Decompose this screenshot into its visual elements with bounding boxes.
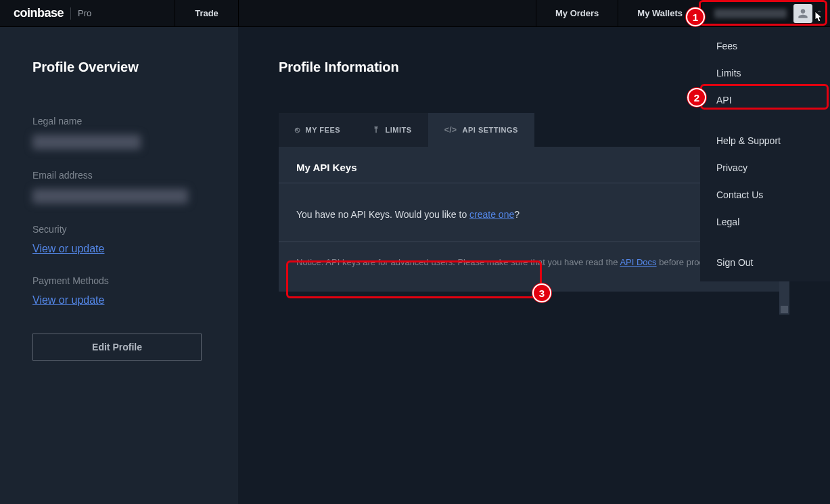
- email-label: Email address: [32, 170, 206, 181]
- payment-link[interactable]: View or update: [32, 294, 206, 306]
- brand[interactable]: coinbase Pro: [0, 6, 175, 20]
- create-one-link[interactable]: create one: [469, 209, 514, 220]
- sidebar: Profile Overview Legal name Email addres…: [0, 27, 238, 504]
- user-dropdown: Fees Limits API Help & Support Privacy C…: [700, 27, 830, 281]
- nav-user-menu[interactable]: ⌃: [701, 0, 830, 27]
- notice-text: Notice: API keys are for advanced users.…: [296, 257, 620, 267]
- dd-help[interactable]: Help & Support: [700, 127, 830, 154]
- top-nav: coinbase Pro Trade My Orders My Wallets …: [0, 0, 830, 27]
- chevron-up-icon: ⌃: [816, 9, 822, 17]
- code-icon: </>: [444, 125, 457, 135]
- dd-fees[interactable]: Fees: [700, 32, 830, 60]
- person-icon: [796, 7, 810, 20]
- link-icon: ⎋: [295, 125, 300, 135]
- security-link[interactable]: View or update: [32, 243, 206, 255]
- nav-trade[interactable]: Trade: [175, 0, 239, 27]
- brand-divider: [70, 7, 71, 20]
- email-redacted: [32, 189, 188, 204]
- tab-label: MY FEES: [306, 126, 341, 134]
- sidebar-title: Profile Overview: [32, 60, 206, 75]
- dd-api[interactable]: API: [700, 87, 830, 114]
- security-label: Security: [32, 224, 206, 235]
- dd-separator: [700, 235, 830, 249]
- tab-my-fees[interactable]: ⎋ MY FEES: [279, 113, 356, 147]
- nav-my-wallets[interactable]: My Wallets: [618, 0, 701, 27]
- avatar: [793, 4, 812, 23]
- payment-label: Payment Methods: [32, 275, 206, 286]
- dd-signout[interactable]: Sign Out: [700, 249, 830, 276]
- dd-legal[interactable]: Legal: [700, 208, 830, 235]
- empty-text: You have no API Keys. Would you like to: [296, 209, 469, 220]
- nav-my-orders[interactable]: My Orders: [536, 0, 618, 27]
- legal-name-redacted: [32, 135, 141, 150]
- tab-label: API SETTINGS: [463, 126, 518, 134]
- edit-profile-button[interactable]: Edit Profile: [32, 334, 202, 361]
- tab-limits[interactable]: ⤒ LIMITS: [356, 113, 428, 147]
- empty-suffix: ?: [514, 209, 520, 220]
- dd-privacy[interactable]: Privacy: [700, 154, 830, 181]
- api-docs-link[interactable]: API Docs: [620, 257, 656, 267]
- dd-limits[interactable]: Limits: [700, 60, 830, 87]
- brand-sub: Pro: [78, 8, 91, 18]
- legal-name-label: Legal name: [32, 116, 206, 127]
- user-name-redacted: [714, 9, 787, 18]
- upload-icon: ⤒: [373, 125, 380, 135]
- tab-label: LIMITS: [386, 126, 412, 134]
- dd-separator: [700, 114, 830, 127]
- brand-name: coinbase: [14, 6, 64, 20]
- dd-contact[interactable]: Contact Us: [700, 181, 830, 208]
- tab-api-settings[interactable]: </> API SETTINGS: [428, 113, 534, 147]
